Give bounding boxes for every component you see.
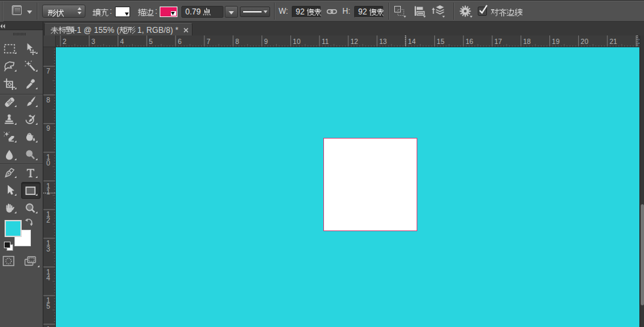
svg-text:16: 16 bbox=[465, 37, 473, 45]
svg-text:9: 9 bbox=[264, 37, 268, 45]
svg-text:6: 6 bbox=[177, 37, 181, 45]
svg-text:4: 4 bbox=[47, 274, 51, 282]
svg-text:3: 3 bbox=[47, 245, 51, 253]
svg-text:21: 21 bbox=[609, 37, 617, 45]
svg-text:3: 3 bbox=[91, 37, 95, 45]
svg-text:7: 7 bbox=[206, 37, 210, 45]
svg-text:7: 7 bbox=[47, 67, 51, 75]
svg-text:8: 8 bbox=[235, 37, 239, 45]
svg-text:1: 1 bbox=[47, 188, 51, 196]
svg-text:11: 11 bbox=[321, 37, 329, 45]
svg-text:19: 19 bbox=[552, 37, 560, 45]
svg-text:13: 13 bbox=[379, 37, 387, 45]
svg-text:4: 4 bbox=[120, 37, 124, 45]
svg-text:8: 8 bbox=[47, 96, 51, 104]
svg-text:2: 2 bbox=[47, 216, 51, 224]
svg-text:10: 10 bbox=[293, 37, 301, 45]
svg-text:0: 0 bbox=[47, 159, 51, 167]
svg-text:12: 12 bbox=[350, 37, 358, 45]
svg-text:5: 5 bbox=[149, 37, 153, 45]
svg-text:14: 14 bbox=[408, 37, 416, 45]
svg-text:2: 2 bbox=[62, 37, 66, 45]
svg-text:17: 17 bbox=[494, 37, 502, 45]
svg-text:9: 9 bbox=[47, 124, 51, 132]
svg-text:15: 15 bbox=[437, 37, 445, 45]
svg-text:18: 18 bbox=[523, 37, 531, 45]
svg-text:20: 20 bbox=[581, 37, 589, 45]
svg-text:5: 5 bbox=[47, 302, 51, 310]
